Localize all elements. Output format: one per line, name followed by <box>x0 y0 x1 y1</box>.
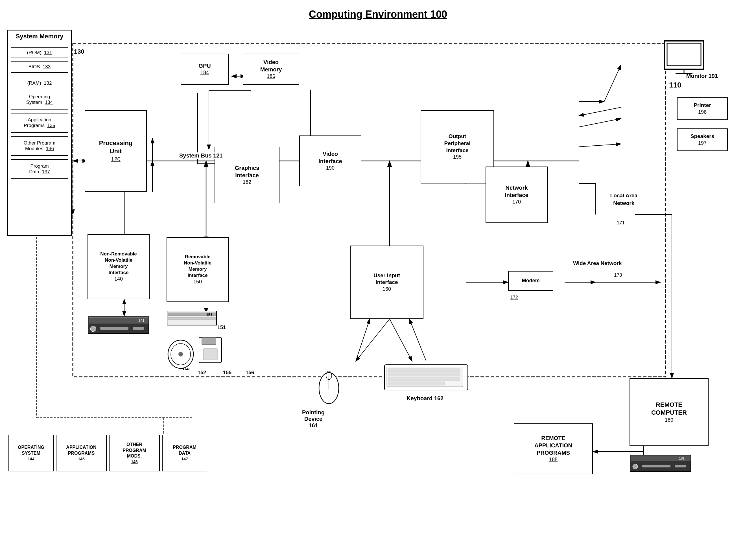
gpu-box: GPU 184 <box>181 54 229 85</box>
svg-rect-55 <box>667 43 701 66</box>
svg-line-33 <box>356 319 390 361</box>
svg-rect-61 <box>100 327 128 330</box>
output-peripheral-box: OutputPeripheralInterface 195 <box>421 110 494 183</box>
svg-rect-66 <box>168 317 216 320</box>
video-interface-box: VideoInterface 190 <box>299 135 361 186</box>
modem-box: Modem <box>508 271 553 291</box>
svg-rect-74 <box>203 349 217 360</box>
svg-line-36 <box>409 319 426 361</box>
monitor-icon <box>661 40 707 77</box>
svg-rect-4 <box>73 44 666 377</box>
svg-text:151: 151 <box>206 312 213 317</box>
label-151: 151 <box>217 325 226 331</box>
label-130: 130 <box>74 48 84 55</box>
disk-152-icon: 156 <box>167 339 195 371</box>
svg-rect-84 <box>388 382 445 385</box>
pointing-device-icon <box>316 367 342 408</box>
svg-rect-88 <box>642 465 670 467</box>
lan-ref: 171 <box>617 220 625 226</box>
label-155: 155 <box>223 370 231 376</box>
svg-rect-82 <box>388 373 460 376</box>
wan-ref: 173 <box>614 272 622 278</box>
system-memory-title: System Memory <box>10 33 69 40</box>
os-box: OperatingSystem 134 <box>11 90 68 110</box>
label-152: 152 <box>198 370 206 376</box>
wan-label: Wide Area Network <box>573 260 622 267</box>
page-title: Computing Environment 100 <box>0 0 756 20</box>
graphics-interface-box: GraphicsInterface 182 <box>215 147 279 203</box>
svg-point-87 <box>633 464 638 469</box>
label-156: 156 <box>246 370 254 376</box>
svg-text:181: 181 <box>679 456 685 460</box>
bottom-app-programs-box: APPLICATIONPROGRAMS 145 <box>56 435 107 471</box>
ram-label: (RAM) 132 <box>11 78 68 89</box>
svg-line-27 <box>604 65 621 102</box>
bottom-os-box: OPERATINGSYSTEM 144 <box>8 435 54 471</box>
svg-point-60 <box>90 326 96 332</box>
lan-label: Local AreaNetwork <box>610 192 637 207</box>
rom-label: (ROM) 131 <box>11 47 68 58</box>
user-input-box: User InputInterface 160 <box>350 246 423 319</box>
svg-text:110: 110 <box>669 81 681 89</box>
processing-unit-box: ProcessingUnit 120 <box>85 110 147 192</box>
system-bus-label: System Bus 121 <box>178 152 224 159</box>
non-removable-box: Non-RemovableNon-VolatileMemoryInterface… <box>88 234 150 299</box>
svg-rect-89 <box>675 465 686 467</box>
hdd-141-icon: 141 <box>88 316 150 337</box>
svg-line-30 <box>579 144 621 147</box>
remote-computer-box: REMOTECOMPUTER 180 <box>630 378 709 446</box>
svg-rect-83 <box>388 377 460 381</box>
network-interface-box: NetworkInterface 170 <box>486 167 548 223</box>
svg-rect-73 <box>202 337 216 344</box>
remote-app-programs-box: REMOTEAPPLICATIONPROGRAMS 185 <box>514 423 593 474</box>
disk-151-icon: 151 <box>167 310 217 327</box>
program-data-box: ProgramData 137 <box>11 159 68 179</box>
bios-box: BIOS 133 <box>11 61 68 73</box>
keyboard-icon <box>384 364 469 393</box>
bottom-program-data-box: PROGRAMDATA 147 <box>162 435 207 471</box>
svg-point-70 <box>178 352 183 356</box>
svg-text:141: 141 <box>138 318 145 323</box>
app-programs-box: ApplicationPrograms 135 <box>11 113 68 133</box>
keyboard-label: Keyboard 162 <box>407 395 443 402</box>
printer-box: Printer 196 <box>677 97 728 120</box>
monitor-label: Monitor 191 <box>686 73 718 79</box>
pointing-device-label: PointingDevice161 <box>302 409 325 429</box>
other-modules-box: Other ProgramModules 136 <box>11 136 68 156</box>
svg-rect-81 <box>388 368 460 372</box>
removable-box: RemovableNon-VolatileMemoryInterface 150 <box>167 237 229 302</box>
video-memory-box: VideoMemory 186 <box>243 54 299 85</box>
svg-rect-62 <box>133 327 144 330</box>
disk-155-icon: 155 <box>198 336 223 365</box>
speakers-box: Speakers 197 <box>677 128 728 151</box>
svg-line-35 <box>356 319 370 361</box>
svg-line-34 <box>390 319 412 361</box>
modem-ref: 172 <box>510 295 518 300</box>
svg-text:156: 156 <box>182 367 190 370</box>
hdd-181-icon: 181 <box>630 454 692 474</box>
svg-line-29 <box>579 107 621 116</box>
svg-line-28 <box>579 119 621 127</box>
bottom-other-mods-box: OTHERPROGRAMMODS. 146 <box>109 435 160 471</box>
system-memory-box: System Memory (ROM) 131 BIOS 133 (RAM) 1… <box>7 30 72 236</box>
